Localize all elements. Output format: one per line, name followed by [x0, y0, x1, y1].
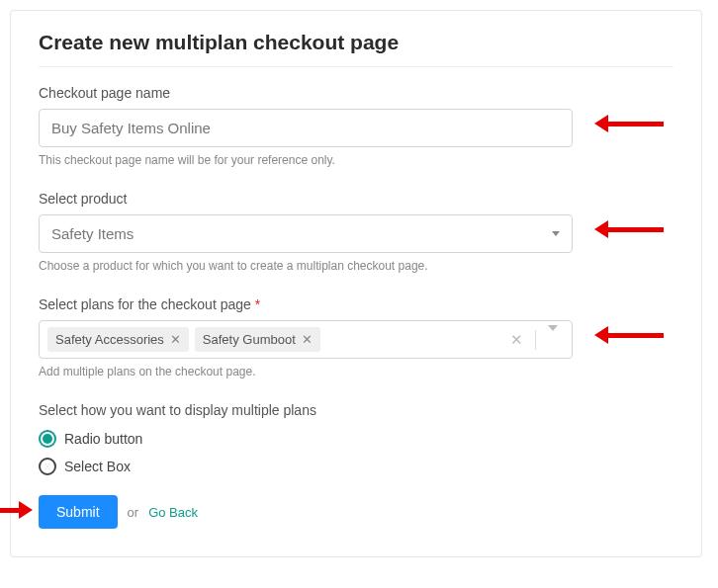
clear-all-icon[interactable]: ✕: [504, 331, 529, 349]
submit-button[interactable]: Submit: [39, 495, 118, 529]
field-display-mode: Select how you want to display multiple …: [39, 402, 673, 475]
radio-option-radio-button[interactable]: Radio button: [39, 430, 673, 448]
plans-helper: Add multiple plans on the checkout page.: [39, 365, 673, 378]
field-select-product: Select product Safety Items Choose a pro…: [39, 191, 673, 273]
plan-tag-label: Safety Accessories: [55, 332, 164, 347]
page-title: Create new multiplan checkout page: [39, 31, 673, 66]
go-back-link[interactable]: Go Back: [148, 505, 198, 520]
chevron-down-icon[interactable]: [542, 331, 564, 348]
plan-tag-label: Safety Gumboot: [203, 332, 296, 347]
or-text: or: [128, 505, 139, 520]
product-value: Safety Items: [51, 225, 134, 242]
radio-icon: [39, 430, 56, 448]
actions-row: Submit or Go Back: [39, 495, 673, 529]
product-select[interactable]: Safety Items: [39, 214, 573, 253]
divider: [535, 330, 536, 350]
display-label: Select how you want to display multiple …: [39, 402, 673, 418]
remove-tag-icon[interactable]: ✕: [170, 332, 181, 347]
callout-arrow-icon: [594, 326, 664, 344]
callout-arrow-icon: [0, 501, 33, 519]
checkout-name-label: Checkout page name: [39, 85, 673, 101]
plan-tag: Safety Gumboot ✕: [195, 327, 320, 352]
plans-label: Select plans for the checkout page *: [39, 296, 673, 312]
field-select-plans: Select plans for the checkout page * Saf…: [39, 296, 673, 378]
plan-tag: Safety Accessories ✕: [47, 327, 189, 352]
checkout-name-helper: This checkout page name will be for your…: [39, 153, 673, 167]
callout-arrow-icon: [594, 220, 664, 238]
callout-arrow-icon: [594, 115, 664, 132]
radio-option-select-box[interactable]: Select Box: [39, 458, 673, 475]
field-checkout-name: Checkout page name This checkout page na…: [39, 85, 673, 167]
radio-label: Radio button: [64, 431, 142, 447]
product-helper: Choose a product for which you want to c…: [39, 259, 673, 273]
checkout-name-input[interactable]: [39, 109, 573, 147]
plans-multiselect[interactable]: Safety Accessories ✕ Safety Gumboot ✕ ✕: [39, 320, 573, 359]
product-label: Select product: [39, 191, 673, 207]
radio-icon: [39, 458, 56, 475]
page-card: Create new multiplan checkout page Check…: [10, 10, 702, 557]
chevron-down-icon: [552, 231, 560, 236]
required-marker: *: [255, 296, 260, 312]
radio-label: Select Box: [64, 459, 131, 474]
remove-tag-icon[interactable]: ✕: [302, 332, 313, 347]
separator: [39, 66, 673, 67]
